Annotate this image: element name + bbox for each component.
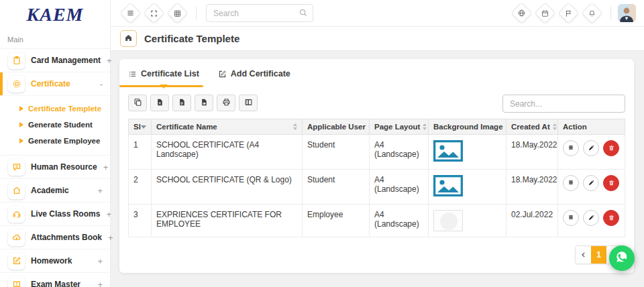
page-title: Certificate Templete — [144, 33, 239, 44]
caret-right-icon — [19, 122, 23, 127]
grid-icon — [174, 9, 182, 17]
cell-page-layout: A4 (Landscape) — [370, 135, 429, 170]
table-header-row: Sl Certificate Name Applicable User Page… — [129, 119, 625, 135]
sidebar-subitem-certificate-templete[interactable]: Certificate Templete — [0, 101, 110, 117]
topbar-divider — [610, 7, 611, 20]
sidebar-toggle-button[interactable] — [119, 2, 142, 24]
export-buttons — [128, 95, 258, 111]
expand-plus-icon: + — [97, 186, 103, 196]
export-pdf-button[interactable] — [195, 95, 213, 111]
export-csv-button[interactable] — [172, 95, 191, 111]
cloud-upload-icon — [8, 229, 25, 246]
pagination-page-1[interactable]: 1 — [591, 246, 606, 264]
cell-created-at: 18.May.2022 — [506, 170, 558, 205]
clipboard-icon — [8, 52, 25, 69]
delete-button[interactable] — [603, 210, 619, 226]
cell-certificate-name: EXPRIENCES CERTIFICATE FOR EMPLOYEE — [152, 205, 303, 237]
breadcrumb-home-button[interactable] — [120, 30, 137, 47]
tab-certificate-list[interactable]: Certificate List — [128, 69, 199, 87]
sidebar-item-attachments-book[interactable]: Attachments Book + — [0, 225, 110, 249]
sidebar-item-certificate[interactable]: Certificate - — [0, 72, 110, 95]
sidebar-subitem-generate-student[interactable]: Generate Student — [0, 117, 110, 133]
details-button[interactable] — [563, 210, 579, 226]
sidebar-item-exam-master[interactable]: Exam Master + — [0, 272, 110, 287]
fullscreen-button[interactable] — [143, 2, 165, 24]
sidebar-item-homework[interactable]: Homework + — [0, 249, 110, 272]
certificate-seal-icon — [8, 76, 25, 93]
tab-label: Certificate List — [141, 69, 199, 78]
table-row: 1 SCHOOL CERTIFICATE (A4 Landscape) Stud… — [129, 135, 625, 170]
column-header-action: Action — [558, 119, 625, 135]
table-row: 3 EXPRIENCES CERTIFICATE FOR EMPLOYEE Em… — [129, 205, 625, 237]
print-button[interactable] — [217, 95, 235, 111]
certificates-table: Sl Certificate Name Applicable User Page… — [128, 119, 625, 237]
sidebar-subitem-label: Generate Student — [28, 121, 93, 129]
cell-applicable-user: Student — [303, 135, 370, 170]
brand-logo: KAEM — [0, 0, 110, 30]
pen-icon — [588, 178, 595, 188]
expand-plus-icon: + — [106, 209, 111, 219]
tab-add-certificate[interactable]: Add Certificate — [218, 69, 290, 87]
sidebar-item-human-resource[interactable]: Human Resource + — [0, 155, 110, 178]
sidebar-item-label: Exam Master — [31, 280, 80, 287]
file-pdf-icon — [200, 98, 208, 109]
sidebar-subitem-generate-employee[interactable]: Generate Employee — [0, 133, 110, 149]
column-header-created-at[interactable]: Created At — [506, 119, 558, 135]
sidebar-item-academic[interactable]: Academic + — [0, 178, 110, 202]
column-header-background-image[interactable]: Background Image — [429, 119, 506, 135]
edit-button[interactable] — [583, 140, 599, 156]
printer-icon — [222, 98, 231, 109]
column-header-page-layout[interactable]: Page Layout — [370, 119, 429, 135]
expand-plus-icon: + — [107, 56, 112, 66]
sidebar-item-label: Academic — [31, 186, 69, 195]
apps-grid-button[interactable] — [166, 2, 189, 24]
copy-button[interactable] — [128, 95, 147, 111]
details-button[interactable] — [563, 140, 579, 156]
sidebar-item-card-management[interactable]: Card Management + — [0, 48, 110, 72]
copy-icon — [133, 98, 142, 109]
reports-button[interactable] — [557, 2, 580, 24]
whatsapp-icon — [614, 249, 630, 268]
table-search-input[interactable] — [502, 95, 625, 113]
cell-certificate-name: SCHOOL CERTIFICATE (QR & Logo) — [152, 170, 303, 205]
edit-button[interactable] — [583, 175, 599, 191]
whatsapp-button[interactable] — [609, 245, 635, 271]
column-header-sl[interactable]: Sl — [129, 119, 152, 135]
cell-page-layout: A4 (Landscape) — [370, 170, 429, 205]
page-header: Certificate Templete — [111, 27, 644, 51]
collapse-minus-icon: - — [100, 79, 103, 89]
sort-icon — [293, 123, 297, 130]
column-visibility-button[interactable] — [239, 95, 258, 111]
language-button[interactable] — [511, 2, 533, 24]
pagination-prev-button[interactable] — [576, 246, 591, 264]
active-tab-pointer — [160, 84, 168, 93]
cell-applicable-user: Employee — [303, 205, 370, 237]
edit-button[interactable] — [583, 210, 599, 226]
user-avatar[interactable] — [618, 4, 636, 22]
export-excel-button[interactable] — [150, 95, 169, 111]
table-row: 2 SCHOOL CERTIFICATE (QR & Logo) Student… — [129, 170, 625, 205]
column-header-applicable-user[interactable]: Applicable User — [303, 119, 370, 135]
calendar-button[interactable] — [534, 2, 556, 24]
certificate-submenu: Certificate Templete Generate Student Ge… — [0, 95, 110, 155]
notifications-button[interactable] — [581, 2, 603, 24]
details-button[interactable] — [563, 175, 579, 191]
cell-sl: 3 — [129, 205, 152, 237]
global-search-input[interactable] — [206, 4, 313, 22]
delete-button[interactable] — [603, 140, 619, 156]
table-search — [502, 95, 625, 113]
trash-icon — [608, 144, 615, 154]
column-header-certificate-name[interactable]: Certificate Name — [152, 119, 303, 135]
delete-button[interactable] — [603, 175, 619, 191]
menu-lines-icon — [567, 178, 575, 188]
cell-certificate-name: SCHOOL CERTIFICATE (A4 Landscape) — [152, 135, 303, 170]
table-toolbar — [128, 95, 625, 113]
open-book-icon — [8, 276, 25, 287]
sidebar-item-live-class-rooms[interactable]: Live Class Rooms + — [0, 202, 110, 225]
file-csv-icon — [178, 98, 186, 109]
expand-plus-icon: + — [108, 233, 113, 243]
flag-icon — [565, 9, 573, 17]
list-icon — [128, 70, 137, 78]
sidebar-item-label: Homework — [31, 256, 72, 266]
sort-icon — [553, 123, 557, 130]
